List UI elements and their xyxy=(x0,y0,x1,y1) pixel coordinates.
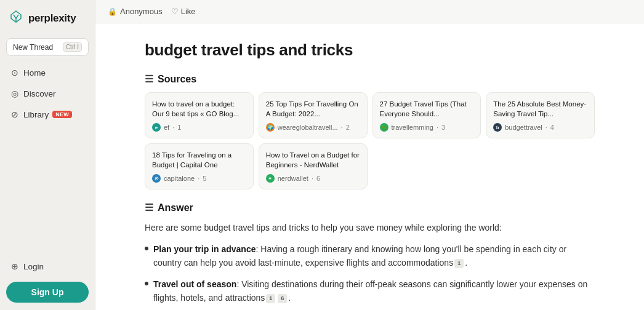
query-title: budget travel tips and tricks xyxy=(145,41,595,60)
source-num-val-4: 4 xyxy=(550,124,554,131)
source-favicon-5: ⊙ xyxy=(152,174,161,183)
new-thread-label: New Thread xyxy=(13,43,53,52)
source-title-5: 18 Tips for Traveling on a Budget | Capi… xyxy=(152,150,246,170)
answer-header: ☰ Answer xyxy=(145,202,595,213)
topbar: 🔒 Anonymous ♡ Like xyxy=(95,0,644,23)
sources-title: Sources xyxy=(158,74,196,85)
source-card-3[interactable]: 27 Budget Travel Tips (That Everyone Sho… xyxy=(372,92,481,138)
source-favicon-6: ✦ xyxy=(266,174,275,183)
logo: perplexity xyxy=(6,7,89,30)
source-site-1: ef xyxy=(164,124,169,131)
source-card-1[interactable]: How to travel on a budget: Our 9 best ti… xyxy=(145,92,254,138)
sources-icon: ☰ xyxy=(145,73,153,85)
login-label: Login xyxy=(23,262,44,271)
answer-bullet-1: Plan your trip in advance: Having a roug… xyxy=(145,242,595,270)
source-title-3: 27 Budget Travel Tips (That Everyone Sho… xyxy=(380,99,474,119)
source-site-5: capitalone xyxy=(164,175,195,182)
source-favicon-3: 🌿 xyxy=(380,123,388,132)
source-site-4: budgettravel xyxy=(505,124,542,131)
new-thread-button[interactable]: New Thread Ctrl I xyxy=(6,38,89,56)
source-favicon-4: b xyxy=(493,123,502,132)
sidebar-item-library[interactable]: ⊘ Library NEW xyxy=(6,105,89,124)
source-meta-2: 🌍 weareglobaltravell... · 2 xyxy=(266,123,360,132)
library-label-wrap: Library NEW xyxy=(23,110,72,119)
answer-list: Plan your trip in advance: Having a roug… xyxy=(145,242,595,310)
answer-bullet-text-2: Travel out of season: Visiting destinati… xyxy=(153,277,595,305)
logo-text: perplexity xyxy=(28,12,76,25)
source-title-2: 25 Top Tips For Travelling On A Budget: … xyxy=(266,99,360,119)
source-num-5: · xyxy=(198,175,199,182)
sources-section: ☰ Sources How to travel on a budget: Our… xyxy=(145,73,595,189)
lock-icon: 🔒 xyxy=(108,7,117,16)
source-site-2: weareglobaltravell... xyxy=(278,124,338,131)
answer-bullet-bold-1: Plan your trip in advance xyxy=(153,244,256,254)
sidebar-item-label: Library xyxy=(23,110,49,119)
home-icon: ⊙ xyxy=(11,68,18,78)
source-meta-3: 🌿 travellemming · 3 xyxy=(380,123,474,132)
source-title-1: How to travel on a budget: Our 9 best ti… xyxy=(152,99,246,119)
source-num-4: · xyxy=(545,124,547,131)
source-site-6: nerdwallet xyxy=(278,175,308,182)
perplexity-logo-icon xyxy=(7,10,25,27)
source-favicon-1: e xyxy=(152,123,161,132)
discover-icon: ◎ xyxy=(11,89,18,98)
sidebar-item-home[interactable]: ⊙ Home xyxy=(6,63,89,82)
sidebar-item-discover[interactable]: ◎ Discover xyxy=(6,84,89,103)
answer-bullet-2: Travel out of season: Visiting destinati… xyxy=(145,277,595,305)
source-card-2[interactable]: 25 Top Tips For Travelling On A Budget: … xyxy=(259,92,368,138)
cite-2a[interactable]: 1 xyxy=(266,294,275,303)
cite-1[interactable]: 1 xyxy=(454,259,464,268)
signup-button[interactable]: Sign Up xyxy=(6,282,89,303)
source-num-val-6: 6 xyxy=(316,175,320,182)
source-num-val-5: 5 xyxy=(203,175,206,182)
login-icon: ⊕ xyxy=(11,261,18,271)
source-favicon-2: 🌍 xyxy=(266,123,275,132)
new-thread-shortcut: Ctrl I xyxy=(63,42,82,52)
content-area: budget travel tips and tricks ☰ Sources … xyxy=(95,23,644,310)
sources-header: ☰ Sources xyxy=(145,73,595,85)
source-title-4: The 25 Absolute Best Money-Saving Travel… xyxy=(493,99,587,119)
bullet-icon-1 xyxy=(145,247,148,250)
source-site-3: travellemming xyxy=(392,124,433,131)
source-card-6[interactable]: How to Travel on a Budget for Beginners … xyxy=(259,143,368,189)
anonymous-label: Anonymous xyxy=(120,7,163,16)
source-num-2: · xyxy=(341,124,343,131)
like-label: Like xyxy=(181,7,196,16)
source-meta-1: e ef · 1 xyxy=(152,123,246,132)
answer-section: ☰ Answer Here are some budget travel tip… xyxy=(145,202,595,310)
heart-icon: ♡ xyxy=(171,7,179,16)
answer-icon: ☰ xyxy=(145,202,153,213)
new-badge: NEW xyxy=(52,111,72,118)
answer-title: Answer xyxy=(158,202,193,213)
answer-intro: Here are some budget travel tips and tri… xyxy=(145,221,595,234)
sidebar-item-label: Home xyxy=(23,68,46,78)
sources-grid-row2: 18 Tips for Traveling on a Budget | Capi… xyxy=(145,143,595,189)
source-meta-6: ✦ nerdwallet · 6 xyxy=(266,174,360,183)
cite-2b[interactable]: 6 xyxy=(278,294,287,303)
source-meta-4: b budgettravel · 4 xyxy=(493,123,587,132)
answer-bullet-bold-2: Travel out of season xyxy=(153,279,236,289)
like-button[interactable]: ♡ Like xyxy=(171,7,196,16)
source-meta-5: ⊙ capitalone · 5 xyxy=(152,174,246,183)
login-button[interactable]: ⊕ Login xyxy=(6,257,89,276)
source-title-6: How to Travel on a Budget for Beginners … xyxy=(266,150,360,170)
source-num-3: · xyxy=(437,124,438,131)
source-num-val-1: 1 xyxy=(177,124,181,131)
source-num-1: · xyxy=(172,124,174,131)
source-num-6: · xyxy=(312,175,313,182)
library-icon: ⊘ xyxy=(11,109,18,119)
source-num-val-3: 3 xyxy=(441,124,445,131)
main-area: 🔒 Anonymous ♡ Like budget travel tips an… xyxy=(95,0,644,310)
source-card-4[interactable]: The 25 Absolute Best Money-Saving Travel… xyxy=(486,92,595,138)
sources-grid-row1: How to travel on a budget: Our 9 best ti… xyxy=(145,92,595,138)
anonymous-area: 🔒 Anonymous xyxy=(108,7,163,16)
answer-bullet-text-1: Plan your trip in advance: Having a roug… xyxy=(153,242,595,270)
source-card-5[interactable]: 18 Tips for Traveling on a Budget | Capi… xyxy=(145,143,254,189)
sidebar-item-label: Discover xyxy=(23,89,56,98)
source-num-val-2: 2 xyxy=(346,124,350,131)
bullet-icon-2 xyxy=(145,282,148,285)
sidebar: perplexity New Thread Ctrl I ⊙ Home ◎ Di… xyxy=(0,0,95,310)
